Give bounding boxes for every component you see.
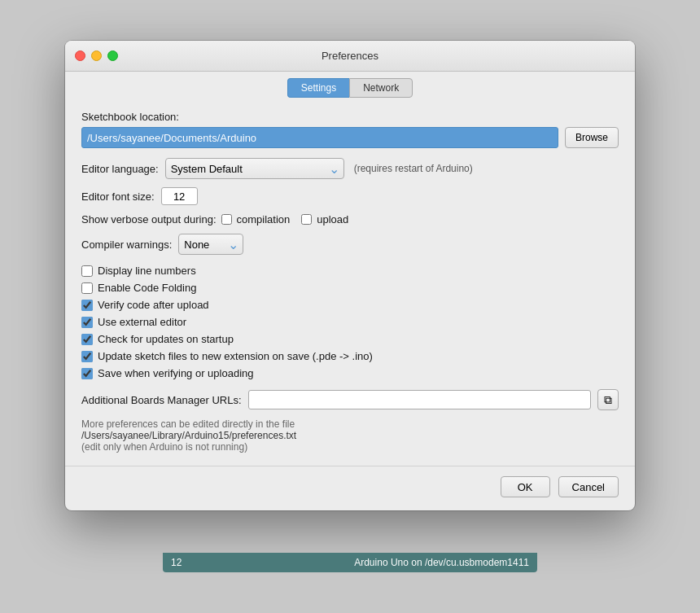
compiler-warnings-select[interactable]: None bbox=[178, 234, 243, 255]
browse-button[interactable]: Browse bbox=[565, 127, 619, 148]
external-editor-checkbox[interactable] bbox=[81, 317, 93, 328]
verbose-row: Show verbose output during: compilation … bbox=[81, 213, 619, 225]
ok-button[interactable]: OK bbox=[501, 476, 550, 497]
check-updates-label: Check for updates on startup bbox=[98, 333, 234, 345]
maximize-button[interactable] bbox=[107, 50, 118, 61]
boards-url-label: Additional Boards Manager URLs: bbox=[81, 394, 242, 406]
file-path: /Users/sayanee/Library/Arduino15/prefere… bbox=[81, 430, 619, 441]
checkbox-display-line-numbers: Display line numbers bbox=[81, 265, 619, 277]
verbose-label: Show verbose output during: bbox=[81, 213, 217, 225]
checkbox-enable-code-folding: Enable Code Folding bbox=[81, 282, 619, 294]
font-size-row: Editor font size: bbox=[81, 187, 619, 205]
status-line-number: 12 bbox=[171, 557, 182, 568]
close-button[interactable] bbox=[75, 50, 85, 61]
save-verifying-checkbox[interactable] bbox=[81, 368, 93, 379]
enable-code-folding-label: Enable Code Folding bbox=[98, 282, 196, 294]
boards-url-row: Additional Boards Manager URLs: ⧉ bbox=[81, 389, 619, 410]
compilation-checkbox[interactable] bbox=[221, 214, 232, 225]
compiler-warnings-row: Compiler warnings: None ⌄ bbox=[81, 234, 619, 255]
verify-code-checkbox[interactable] bbox=[81, 300, 93, 311]
checkbox-check-updates: Check for updates on startup bbox=[81, 333, 619, 345]
boards-url-input[interactable] bbox=[248, 390, 591, 409]
check-updates-checkbox[interactable] bbox=[81, 334, 93, 345]
save-verifying-label: Save when verifying or uploading bbox=[98, 367, 254, 379]
font-size-input[interactable] bbox=[161, 187, 198, 205]
file-info-section: More preferences can be edited directly … bbox=[81, 418, 619, 453]
compilation-label: compilation bbox=[237, 213, 291, 225]
traffic-lights bbox=[75, 50, 118, 61]
button-row: OK Cancel bbox=[65, 466, 635, 510]
display-line-numbers-checkbox[interactable] bbox=[81, 265, 93, 277]
checkbox-save-verifying: Save when verifying or uploading bbox=[81, 367, 619, 379]
verify-code-label: Verify code after upload bbox=[98, 299, 209, 311]
sketchbook-label: Sketchbook location: bbox=[81, 111, 619, 123]
update-sketch-checkbox[interactable] bbox=[81, 351, 93, 362]
external-editor-label: Use external editor bbox=[98, 316, 186, 328]
restart-note: (requires restart of Arduino) bbox=[354, 163, 473, 174]
checkbox-external-editor: Use external editor bbox=[81, 316, 619, 328]
minimize-button[interactable] bbox=[91, 50, 102, 61]
editor-language-label: Editor language: bbox=[81, 163, 159, 175]
tabs-bar: Settings Network bbox=[65, 72, 635, 98]
compiler-warnings-label: Compiler warnings: bbox=[81, 239, 172, 251]
editor-language-row: Editor language: System Default ⌄ (requi… bbox=[81, 158, 619, 179]
file-info-text: More preferences can be edited directly … bbox=[81, 418, 619, 430]
cancel-button[interactable]: Cancel bbox=[558, 476, 619, 497]
upload-label: upload bbox=[317, 213, 348, 225]
preferences-content: Sketchbook location: Browse Editor langu… bbox=[65, 98, 635, 466]
editor-language-select[interactable]: System Default bbox=[165, 158, 344, 179]
copy-boards-url-button[interactable]: ⧉ bbox=[597, 389, 619, 410]
checkbox-update-sketch: Update sketch files to new extension on … bbox=[81, 350, 619, 362]
sketchbook-row: Browse bbox=[81, 127, 619, 148]
status-bar: 12 Arduino Uno on /dev/cu.usbmodem1411 bbox=[163, 553, 537, 572]
edit-note: (edit only when Arduino is not running) bbox=[81, 441, 619, 453]
tab-settings[interactable]: Settings bbox=[287, 78, 349, 98]
enable-code-folding-checkbox[interactable] bbox=[81, 282, 93, 294]
upload-checkbox[interactable] bbox=[301, 214, 312, 225]
display-line-numbers-label: Display line numbers bbox=[98, 265, 196, 277]
sketchbook-path-input[interactable] bbox=[81, 127, 558, 148]
update-sketch-label: Update sketch files to new extension on … bbox=[98, 350, 373, 362]
tab-network[interactable]: Network bbox=[349, 78, 413, 98]
window-title: Preferences bbox=[322, 50, 378, 62]
compiler-warnings-select-wrapper: None ⌄ bbox=[178, 234, 243, 255]
title-bar: Preferences bbox=[65, 41, 635, 72]
status-device: Arduino Uno on /dev/cu.usbmodem1411 bbox=[354, 557, 529, 568]
editor-language-select-wrapper: System Default ⌄ bbox=[165, 158, 344, 179]
checkbox-verify-code: Verify code after upload bbox=[81, 299, 619, 311]
editor-font-size-label: Editor font size: bbox=[81, 190, 155, 203]
checkboxes-section: Display line numbers Enable Code Folding… bbox=[81, 265, 619, 379]
